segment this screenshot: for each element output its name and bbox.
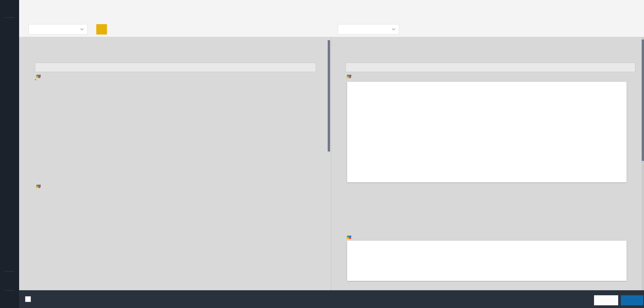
page-scrollbar-thumb[interactable]: [642, 40, 644, 161]
headline-label: [345, 74, 352, 79]
source-panel-scrollbar-thumb[interactable]: [328, 40, 330, 151]
translation-flag-icon: [346, 75, 351, 78]
sidebar-item-settings[interactable]: [0, 292, 19, 308]
overview-label: [345, 235, 352, 240]
industry-category-value[interactable]: [35, 63, 316, 72]
chevron-down-icon: [80, 28, 84, 30]
copy-to-other-language-button[interactable]: [96, 24, 107, 35]
source-language-select[interactable]: [29, 24, 88, 35]
sidebar-divider: [5, 271, 14, 271]
sidebar-bottom: [0, 270, 19, 308]
target-language-select[interactable]: [338, 24, 399, 35]
headline-selected-text: [35, 79, 36, 80]
translation-flag-icon: [36, 75, 41, 78]
sidebar-divider: [5, 290, 14, 291]
translate-page: [0, 0, 644, 308]
sidebar-item-user[interactable]: [0, 273, 19, 289]
headline-label: [35, 74, 41, 79]
source-panel: [19, 37, 331, 290]
sidebar-divider: [5, 17, 14, 18]
footer-bar: [19, 290, 644, 308]
menu-button[interactable]: [0, 0, 19, 16]
overview-editor: [347, 239, 627, 281]
sidebar: [0, 0, 19, 308]
headline-editor: [347, 80, 627, 182]
cancel-button[interactable]: [594, 295, 618, 305]
chevron-down-icon: [392, 28, 395, 30]
overview-label: [35, 184, 41, 189]
save-button[interactable]: [621, 295, 643, 305]
save-work-in-progress-checkbox[interactable]: [25, 296, 31, 302]
translation-flag-icon: [346, 236, 351, 239]
industry-category-value[interactable]: [345, 63, 635, 72]
overview-editor-content[interactable]: [347, 241, 627, 281]
header: [19, 0, 644, 37]
translation-flag-icon: [36, 185, 41, 188]
target-panel: [331, 37, 642, 290]
headline-editor-content[interactable]: [347, 82, 627, 182]
